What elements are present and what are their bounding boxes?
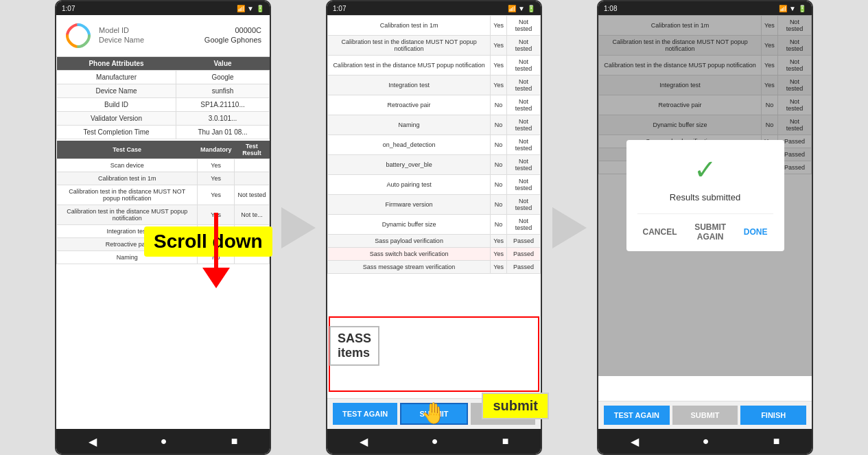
- cursor-hand-icon: 🤚: [421, 401, 446, 425]
- nav-bar-1: ◀ ● ■: [56, 429, 270, 454]
- model-id-row: Model ID 00000C: [99, 26, 261, 34]
- arrow2: [542, 0, 597, 455]
- p2-row-0: Calibration test in 1m Yes Not tested: [328, 16, 541, 36]
- test-row-calib1: Calibration test in 1m Yes: [57, 172, 270, 185]
- p2-row-10: Dynamic buffer size No Not tested: [328, 215, 541, 235]
- status-time-2: 1:07: [333, 5, 346, 12]
- test-table-section-3[interactable]: Calibration test in 1m Yes Not tested Ca…: [598, 15, 812, 401]
- nav-back-1[interactable]: ◀: [89, 435, 97, 448]
- p2-row-sass3: Sass message stream verification Yes Pas…: [328, 261, 541, 274]
- attr-value-validator: 3.0.101...: [176, 112, 270, 126]
- submit-label: submit: [493, 398, 538, 413]
- attributes-table: Phone Attributes Value Manufacturer Goog…: [56, 57, 270, 139]
- attr-label-validator: Validator Version: [57, 112, 176, 126]
- nav-recents-3[interactable]: ■: [773, 435, 780, 447]
- attr-value-manufacturer: Google: [176, 71, 270, 84]
- bt-icon-3: 📶: [779, 5, 787, 12]
- phone2-wrapper: 1:07 📶 ▼ 🔋 Calibration test in 1m Yes No…: [326, 0, 542, 455]
- dialog-checkmark-icon: ✓: [637, 154, 773, 185]
- attr-row-devicename: Device Name sunfish: [57, 84, 270, 98]
- wifi-icon-2: ▼: [518, 5, 525, 12]
- phone3-wrapper: 1:08 📶 ▼ 🔋 Calibration test in 1m Yes No…: [597, 0, 813, 455]
- attr-value-devicename: sunfish: [176, 84, 270, 98]
- test-header-mandatory: Mandatory: [198, 141, 235, 159]
- attr-row-manufacturer: Manufacturer Google: [57, 71, 270, 84]
- p2-row-sass1: Sass payload verification Yes Passed: [328, 235, 541, 248]
- test-row-scan: Scan device Yes: [57, 159, 270, 172]
- nav-bar-3: ◀ ● ■: [598, 429, 812, 454]
- p2-row-7: battery_over_ble No Not tested: [328, 155, 541, 175]
- test-again-button-3[interactable]: TEST AGAIN: [604, 406, 670, 425]
- p2-row-8: Auto pairing test No Not tested: [328, 175, 541, 195]
- battery-icon-1: 🔋: [256, 5, 264, 12]
- attr-row-validator: Validator Version 3.0.101...: [57, 112, 270, 126]
- wifi-icon-3: ▼: [789, 5, 796, 12]
- submit-button-3[interactable]: SUBMIT: [672, 406, 738, 425]
- p2-row-4: Retroactive pair No Not tested: [328, 95, 541, 115]
- device-logo: [64, 22, 92, 49]
- wifi-icon-1: ▼: [247, 5, 254, 12]
- right-arrow-1: [281, 207, 316, 248]
- dialog-box: ✓ Results submitted CANCEL SUBMIT AGAIN …: [626, 140, 784, 251]
- test-row-calib3: Calibration test in the distance MUST po…: [57, 205, 270, 225]
- device-fields: Model ID 00000C Device Name Google Gphon…: [99, 26, 261, 45]
- p2-row-2: Calibration test in the distance MUST po…: [328, 56, 541, 75]
- attr-label-completion: Test Completion Time: [57, 126, 176, 139]
- nav-back-2[interactable]: ◀: [360, 435, 368, 448]
- nav-recents-1[interactable]: ■: [231, 435, 238, 447]
- dialog-title: Results submitted: [637, 192, 773, 202]
- status-icons-3: 📶 ▼ 🔋: [779, 5, 806, 12]
- battery-icon-3: 🔋: [798, 5, 806, 12]
- nav-back-3[interactable]: ◀: [631, 435, 639, 448]
- status-bar-2: 1:07 📶 ▼ 🔋: [327, 1, 541, 15]
- p2-row-9: Firmware version No Not tested: [328, 195, 541, 215]
- red-arrow: [202, 213, 230, 288]
- right-arrow-2: [552, 207, 587, 248]
- phone3-frame: 1:08 📶 ▼ 🔋 Calibration test in 1m Yes No…: [597, 0, 813, 455]
- attr-value-completion: Thu Jan 01 08...: [176, 126, 270, 139]
- nav-home-3[interactable]: ●: [703, 435, 709, 447]
- status-time-3: 1:08: [604, 5, 617, 12]
- arrow1: [271, 0, 326, 455]
- attr-header-name: Phone Attributes: [57, 57, 176, 71]
- action-buttons-3: TEST AGAIN SUBMIT FINISH: [598, 401, 812, 429]
- nav-bar-2: ◀ ● ■: [327, 429, 541, 454]
- sass-label: SASS items: [338, 331, 371, 360]
- phone2-frame: 1:07 📶 ▼ 🔋 Calibration test in 1m Yes No…: [326, 0, 542, 455]
- attr-label-manufacturer: Manufacturer: [57, 71, 176, 84]
- model-id-value: 00000C: [235, 26, 261, 34]
- status-time-1: 1:07: [62, 5, 75, 12]
- attr-header-value: Value: [176, 57, 270, 71]
- p2-row-1: Calibration test in the distance MUST NO…: [328, 36, 541, 56]
- attr-label-devicename: Device Name: [57, 84, 176, 98]
- p2-row-5: Naming No Not tested: [328, 115, 541, 135]
- submit-annotation: submit: [482, 393, 549, 419]
- status-bar-1: 1:07 📶 ▼ 🔋: [56, 1, 270, 15]
- nav-home-2[interactable]: ●: [432, 435, 438, 447]
- dialog-done-button[interactable]: DONE: [738, 220, 773, 244]
- sass-annotation: SASS items: [329, 326, 379, 366]
- p2-row-6: on_head_detection No Not tested: [328, 135, 541, 155]
- attr-value-buildid: SP1A.21110...: [176, 98, 270, 112]
- finish-button-3[interactable]: FINISH: [740, 406, 806, 425]
- arrow-head: [202, 268, 230, 288]
- dialog-buttons: CANCEL SUBMIT AGAIN DONE: [637, 213, 773, 244]
- test-header-result: Test Result: [234, 141, 269, 159]
- test-again-button-2[interactable]: TEST AGAIN: [333, 403, 397, 425]
- p2-row-sass2: Sass switch back verification Yes Passed: [328, 248, 541, 261]
- phone1: 1:07 📶 ▼ 🔋 Model ID 00000C: [55, 0, 271, 455]
- battery-icon-2: 🔋: [527, 5, 535, 12]
- attr-row-completion: Test Completion Time Thu Jan 01 08...: [57, 126, 270, 139]
- nav-home-1[interactable]: ●: [161, 435, 167, 447]
- test-header-case: Test Case: [57, 141, 198, 159]
- test-cases-table-2: Calibration test in 1m Yes Not tested Ca…: [327, 15, 541, 274]
- dialog-submit-again-button[interactable]: SUBMIT AGAIN: [683, 220, 738, 244]
- attr-label-buildid: Build ID: [57, 98, 176, 112]
- device-name-row: Device Name Google Gphones: [99, 36, 261, 44]
- model-id-label: Model ID: [99, 26, 129, 34]
- dialog-cancel-button[interactable]: CANCEL: [637, 220, 683, 244]
- bt-icon-2: 📶: [508, 5, 516, 12]
- nav-recents-2[interactable]: ■: [502, 435, 509, 447]
- device-info-section: Model ID 00000C Device Name Google Gphon…: [56, 15, 270, 57]
- status-bar-3: 1:08 📶 ▼ 🔋: [598, 1, 812, 15]
